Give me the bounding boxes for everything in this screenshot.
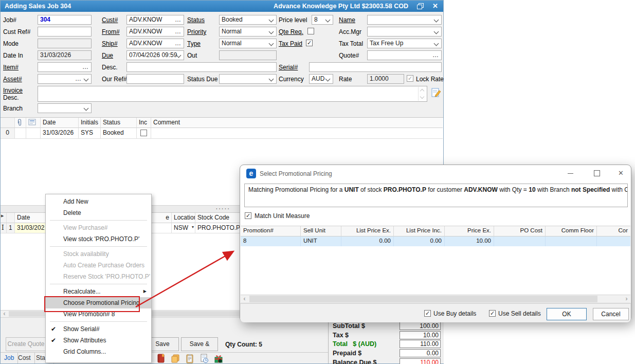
tax-total-dropdown[interactable]: Tax Free Up	[367, 39, 442, 48]
edit-note-icon[interactable]	[431, 88, 441, 98]
chevron-down-icon[interactable]	[434, 17, 439, 23]
chevron-down-icon[interactable]	[434, 29, 439, 34]
promo-col-price-ex[interactable]: Price Ex.	[445, 226, 494, 236]
from-browse-button[interactable]: …	[175, 27, 182, 35]
minimize-icon[interactable]	[568, 173, 573, 174]
scroll-right-icon[interactable]: ›	[623, 295, 630, 303]
promo-col-promotion[interactable]: Promotion#	[241, 226, 301, 236]
chevron-down-icon[interactable]	[325, 77, 331, 82]
name-dropdown[interactable]	[367, 15, 442, 25]
restore-icon[interactable]	[417, 3, 424, 9]
copy-pages-icon[interactable]	[170, 354, 183, 363]
invoice-desc-scrollbar[interactable]	[418, 87, 426, 101]
ship-browse-button[interactable]: …	[175, 39, 182, 47]
note-icon[interactable]	[26, 118, 41, 128]
menu-item-add-new[interactable]: Add New	[46, 196, 151, 207]
tax-paid-checkbox[interactable]: ✓	[306, 40, 313, 46]
maximize-icon[interactable]	[594, 170, 600, 176]
scrollbar-thumb[interactable]	[249, 296, 597, 302]
asset-browse-button[interactable]: …	[75, 75, 82, 83]
out-field[interactable]	[219, 50, 277, 60]
desc-field[interactable]	[126, 62, 277, 72]
type-dropdown[interactable]: Normal	[219, 39, 277, 48]
book-icon[interactable]	[156, 354, 168, 363]
status-due-dropdown[interactable]	[219, 74, 277, 84]
chevron-down-icon[interactable]	[84, 106, 89, 111]
job-number-field[interactable]: 304	[38, 15, 92, 25]
rate-field[interactable]: 1.0000	[367, 74, 404, 84]
menu-item-view-stock[interactable]: View stock 'PRO.PHOTO.P'	[46, 233, 151, 245]
save-close-button[interactable]: Save & Close	[181, 337, 218, 351]
ok-button[interactable]: OK	[547, 308, 587, 320]
ship-combo[interactable]: ADV.KNOW …	[126, 39, 184, 48]
lock-rate-checkbox[interactable]: ✓	[407, 75, 413, 82]
asset-combo[interactable]: …	[38, 74, 92, 84]
due-datetime-field[interactable]: 07/04/2026 09:59	[126, 50, 184, 60]
chevron-down-icon[interactable]	[269, 17, 274, 23]
cust-combo[interactable]: ADV.KNOW …	[126, 15, 184, 25]
chevron-down-icon[interactable]	[325, 17, 331, 23]
qte-req-checkbox[interactable]	[307, 28, 314, 34]
chevron-down-icon[interactable]: ▾	[192, 225, 194, 229]
cancel-button[interactable]: Cancel	[593, 308, 629, 320]
chevron-down-icon[interactable]	[269, 77, 274, 82]
paperclip-icon[interactable]	[15, 118, 26, 128]
tab-cost[interactable]: Cost	[14, 353, 35, 363]
chevron-down-icon[interactable]	[269, 41, 274, 46]
mode-field[interactable]	[38, 39, 92, 48]
item-browse-button[interactable]: …	[82, 63, 89, 71]
status-dropdown[interactable]: Booked	[219, 15, 277, 25]
close-icon[interactable]: ✕	[618, 169, 624, 177]
menu-item-delete[interactable]: Delete	[46, 207, 151, 219]
detail-header-location[interactable]: Location	[172, 213, 195, 223]
comments-header-inc[interactable]: Inc	[137, 118, 151, 128]
comments-header-date[interactable]: Date	[41, 118, 79, 128]
close-icon[interactable]: ✕	[432, 2, 438, 10]
chevron-down-icon[interactable]	[269, 29, 274, 34]
promo-row-selected[interactable]: 8 UNIT 0.00 0.00 10.00	[241, 236, 630, 246]
menu-item-show-attributes[interactable]: ✔ Show Attributes	[46, 335, 151, 346]
match-unit-measure-checkbox[interactable]: ✓	[245, 212, 251, 219]
date-in-field[interactable]: 31/03/2026	[38, 50, 92, 60]
branch-dropdown[interactable]	[38, 103, 92, 113]
prepaid-value[interactable]: 0.00	[400, 349, 441, 357]
item-field[interactable]: …	[38, 62, 92, 72]
our-ref-field[interactable]	[126, 74, 184, 84]
menu-item-view-purchase[interactable]: View Purchase#	[46, 222, 151, 233]
cust-ref-field[interactable]	[38, 27, 92, 37]
detail-header-date[interactable]: Date	[15, 213, 48, 223]
priority-dropdown[interactable]: Normal	[219, 27, 277, 37]
detail-row-date[interactable]: 31/03/202	[15, 223, 48, 233]
currency-dropdown[interactable]: AUD	[309, 74, 333, 84]
promo-col-sell-unit[interactable]: Sell Unit	[301, 226, 341, 236]
cust-browse-button[interactable]: …	[175, 15, 182, 24]
acc-mgr-dropdown[interactable]	[367, 27, 442, 37]
history-icon[interactable]	[199, 354, 211, 363]
scroll-left-icon[interactable]: ‹	[241, 295, 248, 303]
promo-col-po-cost[interactable]: PO Cost	[494, 226, 546, 236]
chevron-down-icon[interactable]	[434, 41, 439, 46]
promo-col-comm-floor[interactable]: Comm Floor	[546, 226, 597, 236]
promo-col-list-price-ex[interactable]: List Price Ex.	[341, 226, 394, 236]
gift-icon[interactable]	[213, 354, 226, 363]
promo-grid-hscrollbar[interactable]: ‹ ›	[241, 295, 630, 303]
quote-browse-button[interactable]: …	[432, 51, 439, 59]
from-combo[interactable]: ADV.KNOW …	[126, 27, 184, 37]
comments-header-status[interactable]: Status	[101, 118, 137, 128]
menu-item-show-serial[interactable]: ✔ Show Serial#	[46, 323, 151, 335]
menu-item-grid-columns[interactable]: Grid Columns...	[46, 346, 151, 357]
clipboard-icon[interactable]	[185, 354, 197, 363]
use-buy-details-checkbox[interactable]: ✓	[424, 310, 431, 317]
promo-col-list-price-inc[interactable]: List Price Inc.	[394, 226, 445, 236]
comments-header-initials[interactable]: Initials	[79, 118, 101, 128]
comments-header-comment[interactable]: Comment	[151, 118, 443, 128]
chevron-down-icon[interactable]	[84, 77, 89, 82]
location-dropdown[interactable]: NSW ▾	[172, 223, 195, 233]
quote-field[interactable]: …	[367, 50, 442, 60]
use-sell-details-checkbox[interactable]: ✓	[489, 310, 496, 317]
inc-checkbox[interactable]	[140, 130, 147, 136]
create-quote-button[interactable]: Create Quote	[6, 337, 46, 351]
promo-col-clipped[interactable]: Cor	[597, 226, 630, 236]
serial-field[interactable]	[309, 62, 442, 72]
price-level-dropdown[interactable]: 8	[312, 15, 333, 25]
